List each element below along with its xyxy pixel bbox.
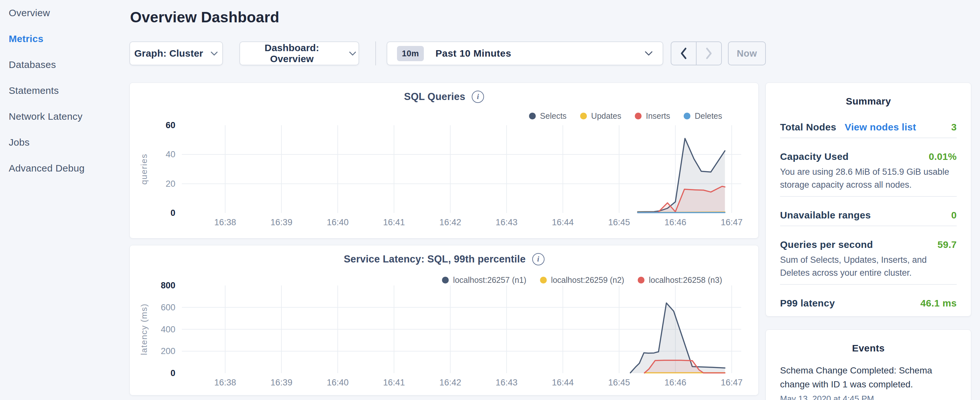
event-item[interactable]: Schema Change Completed: Schema change w… (780, 363, 957, 400)
sidebar-item-jobs[interactable]: Jobs (0, 129, 129, 155)
svg-text:16:41: 16:41 (383, 217, 405, 227)
summary-label: P99 latency (780, 298, 835, 309)
prev-range-button[interactable] (671, 42, 697, 65)
summary-row-queries-per-second: Queries per second59.7Sum of Selects, Up… (780, 226, 957, 285)
svg-text:20: 20 (165, 179, 175, 189)
summary-row-capacity-used: Capacity Used0.01%You are using 28.6 MiB… (780, 138, 957, 197)
event-timestamp: May 13, 2020 at 4:45 PM (780, 394, 957, 400)
view-nodes-list-link[interactable]: View nodes list (845, 122, 916, 133)
events-list: Schema Change Completed: Schema change w… (780, 363, 957, 400)
summary-row-total-nodes: Total NodesView nodes list3 (780, 109, 957, 138)
summary-row-p99-latency: P99 latency46.1 ms (780, 285, 957, 314)
svg-text:16:40: 16:40 (327, 378, 349, 387)
time-range-badge: 10m (397, 46, 424, 61)
svg-text:0: 0 (170, 208, 175, 218)
sidebar-item-metrics[interactable]: Metrics (0, 26, 129, 52)
sql-queries-chart-card: SQL Queries i SelectsUpdatesInsertsDelet… (129, 83, 759, 239)
sidebar-item-advanced-debug[interactable]: Advanced Debug (0, 155, 129, 181)
events-title: Events (780, 330, 957, 356)
time-range-dropdown[interactable]: 10m Past 10 Minutes (387, 41, 663, 65)
svg-text:16:46: 16:46 (665, 217, 687, 227)
svg-text:400: 400 (161, 325, 175, 334)
summary-value: 46.1 ms (921, 298, 957, 309)
summary-label: Capacity Used (780, 151, 849, 162)
svg-text:16:42: 16:42 (439, 378, 461, 387)
svg-text:latency (ms): latency (ms) (139, 304, 149, 355)
svg-text:16:44: 16:44 (552, 378, 574, 387)
now-button[interactable]: Now (728, 41, 766, 65)
svg-text:16:43: 16:43 (496, 378, 518, 387)
summary-value: 3 (951, 122, 957, 133)
chevron-down-icon (349, 51, 356, 56)
svg-text:800: 800 (161, 280, 175, 290)
svg-text:16:42: 16:42 (439, 217, 461, 227)
svg-text:16:38: 16:38 (214, 378, 236, 387)
svg-text:queries: queries (139, 154, 149, 185)
svg-text:60: 60 (165, 120, 175, 130)
summary-description: You are using 28.6 MiB of 515.9 GiB usab… (780, 166, 957, 191)
service-latency-chart: 16:3816:3916:4016:4116:4216:4316:4416:45… (130, 245, 759, 396)
dashboard-dropdown[interactable]: Dashboard: Overview (239, 41, 359, 65)
summary-title: Summary (780, 83, 957, 109)
svg-text:16:47: 16:47 (721, 378, 743, 387)
time-nav-group (671, 41, 722, 65)
sidebar: OverviewMetricsDatabasesStatementsNetwor… (0, 0, 129, 400)
summary-row-unavailable-ranges: Unavailable ranges0 (780, 197, 957, 226)
svg-text:40: 40 (165, 150, 175, 159)
summary-panel: Summary Total NodesView nodes list3Capac… (765, 83, 971, 317)
chevron-down-icon (210, 51, 218, 56)
graph-dropdown-label: Graph: Cluster (134, 48, 203, 59)
sidebar-item-databases[interactable]: Databases (0, 52, 129, 78)
time-range-label: Past 10 Minutes (436, 48, 511, 59)
svg-text:16:45: 16:45 (608, 378, 630, 387)
summary-value: 0 (951, 210, 957, 221)
summary-description: Sum of Selects, Updates, Inserts, and De… (780, 253, 957, 279)
summary-rows: Total NodesView nodes list3Capacity Used… (780, 109, 957, 314)
svg-text:16:46: 16:46 (665, 378, 687, 387)
next-range-button[interactable] (697, 42, 721, 65)
svg-text:200: 200 (161, 346, 175, 356)
summary-value: 0.01% (929, 151, 957, 162)
svg-text:16:41: 16:41 (383, 378, 405, 387)
events-panel: Events Schema Change Completed: Schema c… (765, 330, 971, 400)
summary-label: Unavailable ranges (780, 210, 871, 221)
sidebar-nav-list: OverviewMetricsDatabasesStatementsNetwor… (0, 0, 129, 181)
svg-text:16:38: 16:38 (214, 217, 236, 227)
svg-text:0: 0 (170, 368, 175, 378)
summary-value: 59.7 (937, 239, 957, 250)
controls-divider (375, 41, 376, 65)
chevron-down-icon (644, 51, 653, 56)
svg-text:16:45: 16:45 (608, 217, 630, 227)
event-text: Schema Change Completed: Schema change w… (780, 363, 948, 391)
svg-text:16:39: 16:39 (270, 378, 293, 387)
page-title: Overview Dashboard (130, 8, 279, 26)
svg-text:16:44: 16:44 (552, 217, 574, 227)
sidebar-item-statements[interactable]: Statements (0, 78, 129, 104)
graph-dropdown[interactable]: Graph: Cluster (129, 41, 223, 65)
svg-text:600: 600 (161, 303, 175, 312)
sidebar-item-network-latency[interactable]: Network Latency (0, 104, 129, 129)
summary-label: Total Nodes (780, 122, 836, 133)
svg-text:16:47: 16:47 (721, 217, 743, 227)
service-latency-chart-card: Service Latency: SQL, 99th percentile i … (129, 245, 759, 395)
svg-text:16:39: 16:39 (270, 217, 293, 227)
svg-text:16:40: 16:40 (327, 217, 349, 227)
svg-text:16:43: 16:43 (496, 217, 518, 227)
dashboard-dropdown-label: Dashboard: Overview (242, 42, 342, 64)
chevron-right-icon (705, 47, 713, 59)
controls-bar: Graph: Cluster Dashboard: Overview 10m P… (129, 41, 766, 65)
chevron-left-icon (680, 47, 687, 59)
sidebar-item-overview[interactable]: Overview (0, 0, 129, 26)
summary-label: Queries per second (780, 239, 873, 250)
sql-queries-chart: 16:3816:3916:4016:4116:4216:4316:4416:45… (130, 83, 759, 239)
